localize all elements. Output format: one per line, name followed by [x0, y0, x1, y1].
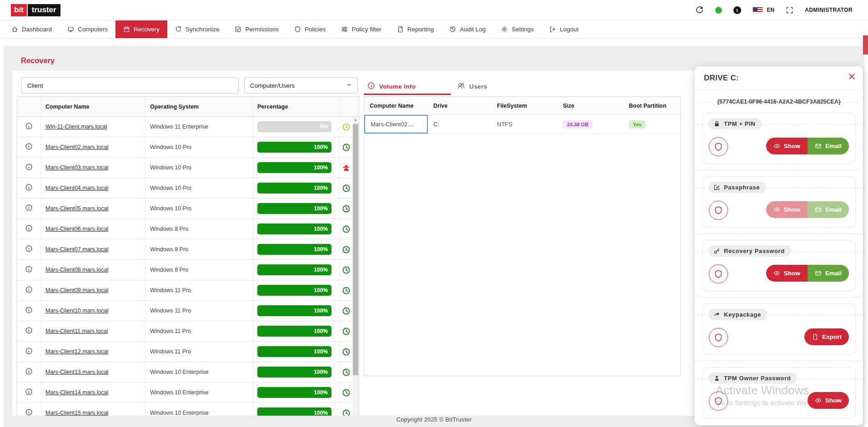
computer-link[interactable]: Mars-Client10.mars.local	[45, 308, 108, 314]
computers-table-scrollbar[interactable]: ▲	[352, 117, 359, 416]
os-label: Windows 10 Enterprise	[150, 410, 209, 416]
computer-link[interactable]: Mars-Client07.mars.local	[45, 246, 108, 253]
computer-link[interactable]: Mars-Client13.mars.local	[45, 369, 108, 375]
email-button[interactable]: Email	[808, 265, 849, 282]
info-icon[interactable]: i	[733, 6, 741, 14]
row-info-cell[interactable]	[17, 239, 41, 259]
os-label: Windows 11 Pro	[150, 287, 191, 293]
nav-item-permissions[interactable]: Permissions	[227, 20, 286, 38]
clock-icon	[342, 388, 351, 397]
row-info-cell[interactable]	[17, 178, 41, 198]
fullscreen-icon[interactable]	[786, 6, 793, 14]
row-info-cell[interactable]	[17, 362, 41, 382]
info-circle-icon	[367, 82, 375, 91]
nav-item-recovery[interactable]: Recovery	[115, 20, 167, 38]
progress-bar: 100%	[257, 387, 331, 398]
nav-item-computers[interactable]: Computers	[60, 20, 115, 38]
nav-item-policy-filter[interactable]: Policy filter	[333, 20, 389, 38]
logout-icon	[549, 26, 556, 33]
nav-item-dashboard[interactable]: Dashboard	[4, 20, 60, 38]
nav-item-settings[interactable]: Settings	[493, 20, 542, 38]
scroll-up-arrow[interactable]: ▲	[352, 118, 359, 122]
nav-item-logout[interactable]: Logout	[542, 20, 586, 38]
show-button[interactable]: Show	[766, 265, 808, 282]
nav-item-label: Synchronize	[186, 26, 219, 33]
os-cell: Windows 10 Enterprise	[146, 382, 253, 402]
computer-link[interactable]: Mars-Client03.mars.local	[45, 164, 108, 171]
percentage-cell: 100%	[253, 321, 339, 341]
volume-computer-cell[interactable]: Mars-Client02....	[364, 115, 428, 134]
show-button[interactable]: Show	[766, 201, 808, 218]
row-info-cell[interactable]	[17, 321, 41, 341]
language-label[interactable]: EN	[767, 7, 775, 13]
type-select[interactable]: Computer/Users	[244, 77, 358, 94]
header-percentage: Percentage	[253, 97, 339, 116]
nav-item-reporting[interactable]: Reporting	[389, 20, 442, 38]
row-info-cell[interactable]	[17, 219, 41, 239]
computer-link[interactable]: Mars-Client05.mars.local	[45, 205, 108, 212]
row-info-cell[interactable]	[17, 158, 41, 178]
row-info-cell[interactable]	[17, 342, 41, 362]
row-info-cell[interactable]	[17, 260, 41, 280]
progress-label: 100%	[314, 164, 328, 171]
row-info-cell[interactable]	[17, 403, 41, 416]
table-row: Mars-Client06.mars.localWindows 8 Pro100…	[17, 219, 359, 239]
row-info-cell[interactable]	[17, 301, 41, 321]
tab-volume-info[interactable]: Volume Info	[367, 81, 416, 92]
info-icon	[25, 347, 33, 355]
page-scrollbar-thumb[interactable]	[863, 35, 868, 55]
row-info-cell[interactable]	[17, 199, 41, 218]
computer-link[interactable]: Mars-Client09.mars.local	[45, 287, 108, 293]
computer-link[interactable]: Mars-Client12.mars.local	[45, 348, 108, 355]
computer-link[interactable]: Mars-Client14.mars.local	[45, 389, 108, 396]
computer-name-cell: Mars-Client15.mars.local	[41, 403, 146, 416]
progress-bar: 100%	[257, 346, 331, 357]
app-logo[interactable]: bit truster	[11, 4, 60, 16]
os-label: Windows 8 Pro	[150, 246, 188, 253]
show-button[interactable]: Show	[766, 138, 808, 154]
vheader-drive: Drive	[428, 97, 492, 114]
nav-item-policies[interactable]: Policies	[286, 20, 334, 38]
computer-link[interactable]: Win-11-Client.mars.local	[45, 124, 107, 130]
key-type-pill: Passphrase	[708, 182, 766, 193]
nav-item-synchronize[interactable]: Synchronize	[167, 20, 227, 38]
computer-link[interactable]: Mars-Client06.mars.local	[45, 226, 108, 232]
tab-users[interactable]: Users	[457, 81, 487, 92]
header-status-col	[339, 97, 353, 116]
row-info-cell[interactable]	[17, 137, 41, 157]
show-button[interactable]: Show	[808, 392, 849, 409]
close-icon[interactable]	[848, 73, 856, 82]
eye-icon	[773, 270, 780, 277]
shield-icon	[714, 333, 723, 342]
computer-link[interactable]: Mars-Client04.mars.local	[45, 185, 108, 191]
refresh-icon[interactable]	[695, 6, 704, 15]
email-button[interactable]: Email	[808, 201, 849, 218]
table-row: Mars-Client13.mars.localWindows 10 Enter…	[17, 362, 359, 382]
computer-link[interactable]: Mars-Client11.mars.local	[45, 328, 108, 334]
status-cell	[339, 239, 353, 259]
row-info-cell[interactable]	[17, 117, 41, 137]
scrollbar-thumb[interactable]	[353, 124, 358, 375]
computer-link[interactable]: Mars-Client08.mars.local	[45, 267, 108, 273]
logo-truster: truster	[28, 4, 60, 16]
computer-name-cell: Mars-Client08.mars.local	[41, 260, 146, 280]
os-label: Windows 10 Enterprise	[150, 369, 209, 375]
us-flag-icon[interactable]	[753, 7, 763, 13]
refresh-icon	[695, 6, 704, 15]
volume-row[interactable]: Mars-Client02....C:NTFS24.38 GBYes	[364, 115, 680, 134]
percentage-cell: 100%	[253, 239, 339, 259]
history-icon	[449, 26, 456, 33]
row-info-cell[interactable]	[17, 280, 41, 300]
row-info-cell[interactable]	[17, 382, 41, 402]
computer-link[interactable]: Mars-Client02.mars.local	[45, 144, 108, 150]
nav-item-audit-log[interactable]: Audit Log	[442, 20, 493, 38]
shield-icon	[294, 26, 301, 33]
email-button[interactable]: Email	[808, 138, 849, 154]
computer-link[interactable]: Mars-Client15.mars.local	[45, 410, 108, 416]
user-name[interactable]: ADMINISTRATOR	[805, 7, 853, 13]
search-input[interactable]	[21, 77, 239, 94]
export-button[interactable]: Export	[804, 328, 849, 345]
progress-bar: 100%	[257, 367, 331, 377]
os-cell: Windows 8 Pro	[146, 239, 253, 259]
users-icon	[457, 82, 465, 91]
